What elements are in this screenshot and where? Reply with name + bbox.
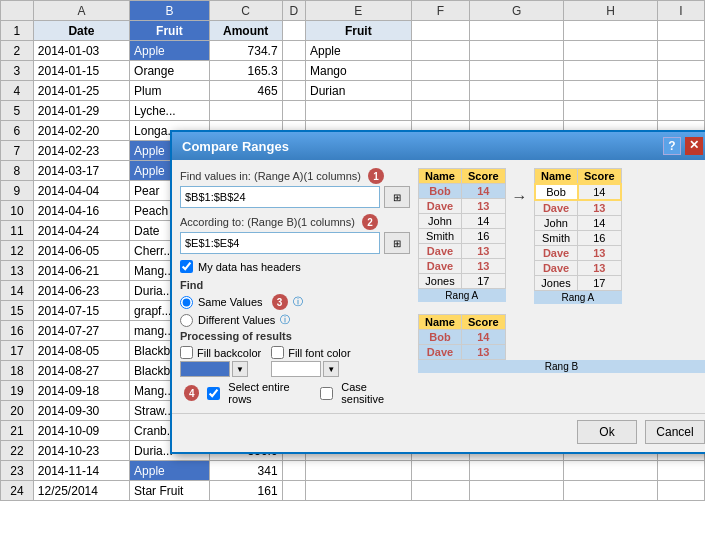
row-num-14: 14: [1, 281, 34, 301]
cancel-button[interactable]: Cancel: [645, 420, 705, 444]
cell-e-1[interactable]: Fruit: [306, 21, 412, 41]
row-num-21: 21: [1, 421, 34, 441]
row-num-4: 4: [1, 81, 34, 101]
fill-backcolor-dropdown[interactable]: ▼: [232, 361, 248, 377]
cell-e-23[interactable]: [306, 461, 412, 481]
cell-f-24: [411, 481, 470, 501]
cell-d-1: [282, 21, 305, 41]
col-header-d[interactable]: D: [282, 1, 305, 21]
cell-h-2: [564, 41, 658, 61]
cell-a-15[interactable]: 2014-07-15: [33, 301, 129, 321]
cell-g-1: [470, 21, 564, 41]
fill-backcolor-checkbox[interactable]: [180, 346, 193, 359]
cell-b-24[interactable]: Star Fruit: [130, 481, 210, 501]
rang-a-right-dave3: Dave: [535, 261, 578, 276]
different-values-radio[interactable]: [180, 314, 193, 327]
cell-a-24[interactable]: 12/25/2014: [33, 481, 129, 501]
cell-e-3[interactable]: Mango: [306, 61, 412, 81]
cell-a-4[interactable]: 2014-01-25: [33, 81, 129, 101]
cell-a-21[interactable]: 2014-10-09: [33, 421, 129, 441]
cell-a-3[interactable]: 2014-01-15: [33, 61, 129, 81]
according-input[interactable]: [180, 232, 380, 254]
col-header-a[interactable]: A: [33, 1, 129, 21]
rang-a-right-table: NameScore Bob14 Dave13 John14 Smith16 Da…: [534, 168, 623, 291]
cell-a-8[interactable]: 2014-03-17: [33, 161, 129, 181]
cell-a-9[interactable]: 2014-04-04: [33, 181, 129, 201]
cell-a-18[interactable]: 2014-08-27: [33, 361, 129, 381]
cell-c-23[interactable]: 341: [209, 461, 282, 481]
dialog-help-button[interactable]: ?: [663, 137, 681, 155]
headers-checkbox[interactable]: [180, 260, 193, 273]
cell-f-5: [411, 101, 470, 121]
fill-fontcolor-swatch[interactable]: [271, 361, 321, 377]
arrow-icon: →: [512, 168, 528, 206]
cell-a-6[interactable]: 2014-02-20: [33, 121, 129, 141]
processing-label: Processing of results: [180, 330, 410, 342]
fill-fontcolor-checkbox[interactable]: [271, 346, 284, 359]
cell-e-2[interactable]: Apple: [306, 41, 412, 61]
cell-e-4[interactable]: Durian: [306, 81, 412, 101]
cell-a-2[interactable]: 2014-01-03: [33, 41, 129, 61]
cell-b-4[interactable]: Plum: [130, 81, 210, 101]
cell-b-5[interactable]: Lyche...: [130, 101, 210, 121]
cell-b-2[interactable]: Apple: [130, 41, 210, 61]
cell-d-5: [282, 101, 305, 121]
find-in-input[interactable]: [180, 186, 380, 208]
col-header-f[interactable]: F: [411, 1, 470, 21]
col-header-b[interactable]: B: [130, 1, 210, 21]
row-num-17: 17: [1, 341, 34, 361]
cell-f-4: [411, 81, 470, 101]
according-picker-button[interactable]: ⊞: [384, 232, 410, 254]
cell-e-5[interactable]: [306, 101, 412, 121]
row-num-22: 22: [1, 441, 34, 461]
col-header-e[interactable]: E: [306, 1, 412, 21]
cell-c-4[interactable]: 465: [209, 81, 282, 101]
col-header-c[interactable]: C: [209, 1, 282, 21]
cell-a-11[interactable]: 2014-04-24: [33, 221, 129, 241]
rang-a-left-bob: Bob: [419, 184, 462, 199]
col-header-g[interactable]: G: [470, 1, 564, 21]
col-header-h[interactable]: H: [564, 1, 658, 21]
same-values-radio[interactable]: [180, 296, 193, 309]
rang-a-left-dave1: Dave: [419, 199, 462, 214]
cell-c-3[interactable]: 165.3: [209, 61, 282, 81]
col-header-i[interactable]: I: [657, 1, 704, 21]
cell-a-12[interactable]: 2014-06-05: [33, 241, 129, 261]
cell-a-13[interactable]: 2014-06-21: [33, 261, 129, 281]
same-values-info-icon[interactable]: ⓘ: [293, 295, 303, 309]
different-values-info-icon[interactable]: ⓘ: [280, 313, 290, 327]
fill-fontcolor-dropdown[interactable]: ▼: [323, 361, 339, 377]
ok-button[interactable]: Ok: [577, 420, 637, 444]
cell-h-4: [564, 81, 658, 101]
cell-e-24[interactable]: [306, 481, 412, 501]
fill-backcolor-swatch[interactable]: [180, 361, 230, 377]
cell-b-3[interactable]: Orange: [130, 61, 210, 81]
fill-fontcolor-check-row: Fill font color: [271, 346, 350, 359]
cell-a-16[interactable]: 2014-07-27: [33, 321, 129, 341]
cell-b-1[interactable]: Fruit: [130, 21, 210, 41]
cell-a-10[interactable]: 2014-04-16: [33, 201, 129, 221]
dialog-close-button[interactable]: ✕: [685, 137, 703, 155]
cell-d-4: [282, 81, 305, 101]
cell-a-17[interactable]: 2014-08-05: [33, 341, 129, 361]
cell-a-7[interactable]: 2014-02-23: [33, 141, 129, 161]
cell-a-5[interactable]: 2014-01-29: [33, 101, 129, 121]
cell-c-2[interactable]: 734.7: [209, 41, 282, 61]
row-num-9: 9: [1, 181, 34, 201]
cell-c-1[interactable]: Amount: [209, 21, 282, 41]
cell-a-22[interactable]: 2014-10-23: [33, 441, 129, 461]
cell-a-19[interactable]: 2014-09-18: [33, 381, 129, 401]
cell-b-23[interactable]: Apple: [130, 461, 210, 481]
cell-c-24[interactable]: 161: [209, 481, 282, 501]
cell-i-4: [657, 81, 704, 101]
case-sensitive-checkbox[interactable]: [320, 387, 333, 400]
select-entire-rows-checkbox[interactable]: [207, 387, 220, 400]
cell-a-14[interactable]: 2014-06-23: [33, 281, 129, 301]
cell-c-5[interactable]: [209, 101, 282, 121]
find-in-picker-button[interactable]: ⊞: [384, 186, 410, 208]
row-num-3: 3: [1, 61, 34, 81]
cell-a-20[interactable]: 2014-09-30: [33, 401, 129, 421]
cell-f-2: [411, 41, 470, 61]
cell-a-23[interactable]: 2014-11-14: [33, 461, 129, 481]
cell-a-1[interactable]: Date: [33, 21, 129, 41]
